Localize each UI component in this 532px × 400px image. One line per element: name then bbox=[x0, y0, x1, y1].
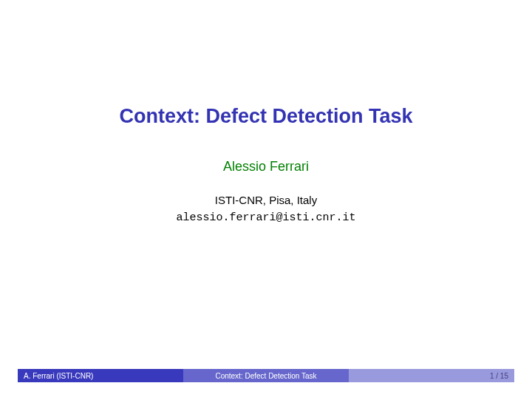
footer-bar: A. Ferrari (ISTI-CNR) Context: Defect De… bbox=[18, 369, 514, 382]
footer-page-number: 1 / 15 bbox=[349, 369, 514, 382]
footer-title: Context: Defect Detection Task bbox=[183, 369, 349, 382]
affiliation: ISTI-CNR, Pisa, Italy bbox=[215, 194, 317, 206]
slide: Context: Defect Detection Task Alessio F… bbox=[0, 0, 532, 400]
slide-title: Context: Defect Detection Task bbox=[119, 105, 412, 128]
author-name: Alessio Ferrari bbox=[223, 159, 309, 174]
slide-content: Context: Defect Detection Task Alessio F… bbox=[0, 0, 532, 400]
footer-author: A. Ferrari (ISTI-CNR) bbox=[18, 369, 183, 382]
email-address: alessio.ferrari@isti.cnr.it bbox=[176, 211, 355, 224]
